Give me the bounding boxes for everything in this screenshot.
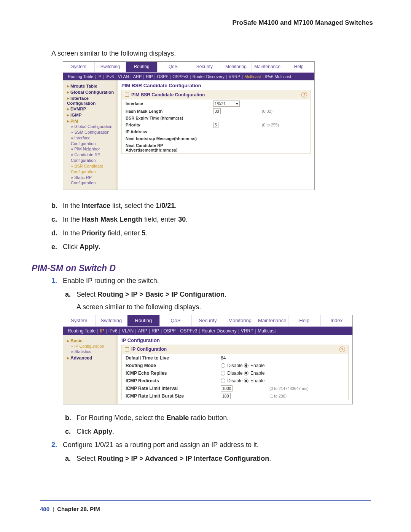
step-marker: a.	[65, 289, 76, 300]
chapter-label: Chapter 28. PIM	[57, 506, 100, 512]
field-label: Next Candidate RP Advertisement(hh:mm:ss…	[126, 143, 213, 152]
tab-switching[interactable]: Switching	[96, 315, 128, 326]
subtab-ospf[interactable]: OSPF	[157, 74, 168, 79]
nav-statistics[interactable]: » Statistics	[71, 349, 115, 355]
step-body: For Routing Mode, select the Enable radi…	[76, 413, 371, 423]
step-marker: 2.	[51, 440, 63, 451]
nav-global-configuration[interactable]: » Global Configuration	[71, 124, 115, 129]
field-label: Next bootstrap Message(hh:mm:ss)	[126, 136, 213, 141]
instruction-step: b.For Routing Mode, select the Enable ra…	[65, 413, 371, 423]
tab-qos[interactable]: QoS	[158, 62, 189, 72]
subtab-ip[interactable]: IP	[100, 328, 104, 334]
nav-dvmrp[interactable]: ▸DVMRP	[67, 106, 115, 112]
tab-routing[interactable]: Routing	[127, 315, 160, 326]
screenshot-bsr-candidate: SystemSwitchingRoutingQoSSecurityMonitor…	[63, 61, 315, 190]
nav-bsr-candidate-configuration[interactable]: » BSR Candidate Configuration	[71, 163, 115, 175]
form-row: Routing Mode Disable Enable	[122, 362, 348, 369]
box-icon	[125, 93, 129, 97]
subtab-ip[interactable]: IP	[97, 74, 101, 79]
panel-box-header: IP Configuration ?	[122, 345, 348, 354]
nav-mroute-table[interactable]: ▸Mroute Table	[67, 83, 115, 89]
radio-disable[interactable]	[221, 371, 225, 375]
subtab-rip[interactable]: RIP	[151, 328, 159, 334]
nav-basic[interactable]: ▸Basic	[67, 338, 115, 343]
subtab-ospfv3[interactable]: OSPFv3	[180, 328, 197, 334]
nav-pim[interactable]: ▸PIM	[67, 118, 115, 124]
subtab-vrrp[interactable]: VRRP	[229, 74, 241, 79]
sub-tabs: Routing Table|IP|IPv6|VLAN|ARP|RIP|OSPF|…	[63, 73, 314, 80]
radio-enable[interactable]	[244, 379, 249, 383]
instruction-step: a.Select Routing > IP > Basic > IP Confi…	[65, 289, 371, 300]
field-hint: (1 to 200)	[269, 394, 287, 398]
subtab-vlan[interactable]: VLAN	[122, 328, 134, 334]
step-body: In the Interface list, select the 1/0/21…	[63, 201, 371, 211]
nav-pim-neighbor[interactable]: » PIM Neighbor	[71, 146, 115, 152]
nav-global-configuration[interactable]: ▸Global Configuration	[67, 89, 115, 95]
tab-index[interactable]: Index	[321, 315, 353, 326]
nav-interface-configuration[interactable]: » Interface Configuration	[71, 135, 115, 147]
tab-qos[interactable]: QoS	[160, 315, 192, 326]
tab-security[interactable]: Security	[192, 315, 224, 326]
side-nav: ▸Mroute Table▸Global Configuration▸Inter…	[63, 80, 118, 190]
tab-help[interactable]: Help	[288, 315, 321, 326]
tab-security[interactable]: Security	[189, 62, 221, 72]
subtab-rip[interactable]: RIP	[146, 74, 153, 79]
instruction-step: 2.Configure 1/0/21 as a routing port and…	[51, 440, 371, 451]
radio-enable[interactable]	[244, 371, 249, 375]
help-icon[interactable]: ?	[339, 347, 345, 352]
sub-tabs: Routing Table|IP|IPv6|VLAN|ARP|RIP|OSPF|…	[63, 327, 352, 335]
text-input[interactable]: 1000	[221, 385, 233, 391]
text-input[interactable]: 5	[213, 122, 218, 128]
footer-sep: |	[53, 506, 54, 512]
tab-system[interactable]: System	[63, 315, 96, 326]
tab-help[interactable]: Help	[283, 62, 314, 72]
subtab-routing-table[interactable]: Routing Table	[68, 74, 93, 79]
nav-advanced[interactable]: ▸Advanced	[67, 355, 115, 361]
nav-interface-configuration[interactable]: ▸Interface Configuration	[67, 96, 115, 105]
nav-candidate-rp-configuration[interactable]: » Candidate RP Configuration	[71, 152, 115, 163]
nav-static-rp-configuration[interactable]: » Static RP Configuration	[71, 175, 115, 186]
chevron-down-icon: ▾	[236, 101, 238, 106]
tab-maintenance[interactable]: Maintenance	[252, 62, 284, 72]
page-number: 480	[40, 506, 49, 512]
text-input[interactable]: 100	[221, 393, 231, 399]
field-label: Default Time to Live	[126, 355, 221, 361]
radio-disable[interactable]	[221, 379, 225, 383]
subtab-ipv6[interactable]: IPv6	[108, 328, 118, 334]
subtab-ipv6-multicast[interactable]: IPv6 Multicast	[265, 74, 291, 79]
tab-system[interactable]: System	[63, 62, 95, 72]
radio-enable[interactable]	[244, 363, 249, 368]
radio-disable[interactable]	[221, 363, 225, 368]
tab-monitoring[interactable]: Monitoring	[224, 315, 256, 326]
chevron-right-icon: ▸	[67, 84, 69, 88]
tab-monitoring[interactable]: Monitoring	[220, 62, 252, 72]
subtab-router-discovery[interactable]: Router Discovery	[202, 328, 237, 334]
tab-maintenance[interactable]: Maintenance	[256, 315, 288, 326]
subtab-arp[interactable]: ARP	[133, 74, 142, 79]
field-hint: (0 to 2147483647 ms)	[269, 386, 309, 391]
nav-igmp[interactable]: ▸IGMP	[67, 112, 115, 118]
subtab-vlan[interactable]: VLAN	[118, 74, 129, 79]
help-icon[interactable]: ?	[301, 92, 307, 97]
interface-select[interactable]: 1/0/21▾	[213, 101, 240, 107]
text-input[interactable]: 30	[213, 108, 221, 114]
step-marker: b.	[51, 201, 63, 211]
subtab-multicast[interactable]: Multicast	[258, 328, 276, 334]
subtab-arp[interactable]: ARP	[138, 328, 147, 334]
instruction-step: e.Click Apply.	[51, 242, 371, 252]
field-label: Interface	[126, 101, 213, 106]
instruction-step: 1.Enable IP routing on the switch.	[51, 276, 371, 286]
subtab-multicast[interactable]: Multicast	[244, 74, 261, 79]
subtab-router-discovery[interactable]: Router Discovery	[193, 74, 225, 79]
subtab-ospfv3[interactable]: OSPFv3	[172, 74, 188, 79]
tab-switching[interactable]: Switching	[95, 62, 126, 72]
subtab-vrrp[interactable]: VRRP	[241, 328, 253, 334]
subtab-routing-table[interactable]: Routing Table	[68, 328, 96, 334]
form-row: Next Candidate RP Advertisement(hh:mm:ss…	[122, 142, 310, 153]
subtab-ospf[interactable]: OSPF	[163, 328, 176, 334]
tab-routing[interactable]: Routing	[126, 62, 158, 72]
subtab-ipv6[interactable]: IPv6	[105, 74, 114, 79]
nav-ip-configuration[interactable]: » IP Configuration	[71, 343, 115, 349]
form-row: BSR Expiry Time (hh:mm:ss)	[122, 115, 310, 121]
nav-ssm-configuration[interactable]: » SSM Configuration	[71, 129, 115, 135]
